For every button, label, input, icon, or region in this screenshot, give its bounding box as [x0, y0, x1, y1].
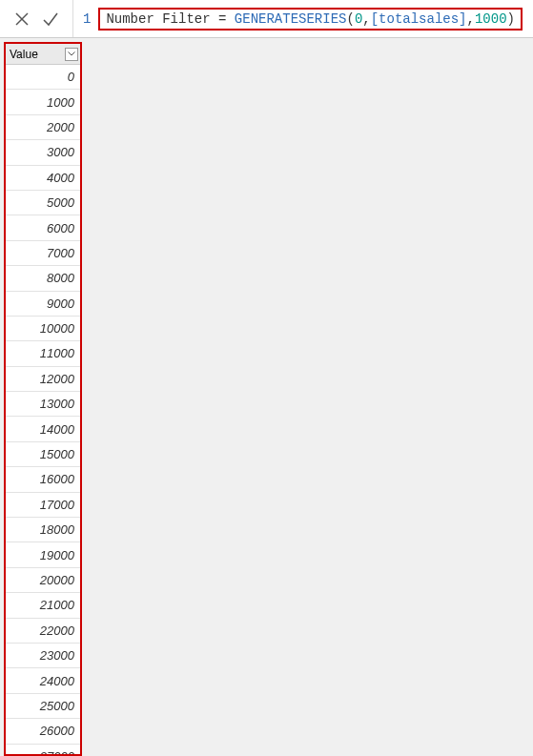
formula-open-paren: (	[346, 11, 354, 27]
cell-value: 0	[68, 70, 74, 84]
formula-toolbar: 1 Number Filter = GENERATESERIES(0,[tota…	[0, 0, 533, 38]
table-row[interactable]: 5000	[6, 191, 80, 215]
column-header-cell[interactable]: Value	[6, 44, 80, 65]
cell-value: 8000	[47, 271, 74, 285]
column-filter-button[interactable]	[65, 48, 78, 61]
check-icon	[41, 10, 60, 29]
table-row[interactable]: 6000	[6, 215, 80, 240]
table-body: 0100020003000400050006000700080009000100…	[6, 65, 80, 756]
formula-comma: ,	[362, 11, 370, 27]
x-icon	[13, 10, 31, 28]
table-row[interactable]: 14000	[6, 417, 80, 441]
table-row[interactable]: 19000	[6, 542, 80, 567]
formula-measure-name: Number Filter	[106, 11, 210, 27]
column-header-label: Value	[10, 48, 38, 61]
table-row[interactable]: 13000	[6, 392, 80, 417]
table-row[interactable]: 23000	[6, 644, 80, 668]
cell-value: 19000	[40, 548, 74, 562]
cell-value: 4000	[47, 171, 74, 185]
cell-value: 2000	[47, 120, 74, 134]
table-row[interactable]: 18000	[6, 518, 80, 542]
table-row[interactable]: 21000	[6, 593, 80, 618]
cell-value: 23000	[40, 648, 74, 663]
cell-value: 7000	[47, 246, 74, 260]
formula-comma: ,	[467, 11, 475, 27]
table-row[interactable]: 17000	[6, 493, 80, 518]
cell-value: 15000	[40, 447, 74, 461]
line-number: 1	[73, 0, 96, 37]
table-row[interactable]: 11000	[6, 341, 80, 366]
table-row[interactable]: 12000	[6, 367, 80, 392]
cancel-button[interactable]	[8, 5, 36, 33]
cell-value: 3000	[47, 145, 74, 159]
cell-value: 22000	[40, 623, 74, 638]
chevron-down-icon	[68, 51, 75, 56]
cell-value: 11000	[40, 346, 74, 360]
cell-value: 21000	[40, 598, 74, 612]
cell-value: 27000	[40, 749, 74, 756]
cell-value: 9000	[47, 296, 74, 311]
table-row[interactable]: 7000	[6, 241, 80, 266]
table-row[interactable]: 1000	[6, 90, 80, 114]
cell-value: 25000	[40, 699, 74, 713]
table-row[interactable]: 15000	[6, 442, 80, 467]
formula-bar[interactable]: Number Filter = GENERATESERIES(0,[totals…	[98, 8, 523, 31]
table-row[interactable]: 9000	[6, 292, 80, 317]
table-row[interactable]: 2000	[6, 115, 80, 140]
formula-function: GENERATESERIES	[235, 11, 347, 27]
formula-equals: =	[211, 11, 235, 27]
formula-action-buttons	[0, 0, 73, 37]
cell-value: 6000	[47, 221, 74, 235]
table-row[interactable]: 25000	[6, 694, 80, 719]
formula-arg3: 1000	[475, 11, 507, 27]
content-area: Value 0100020003000400050006000700080009…	[0, 38, 533, 756]
table-row[interactable]: 27000	[6, 745, 80, 756]
cell-value: 17000	[40, 498, 74, 512]
cell-value: 12000	[40, 372, 74, 386]
table-row[interactable]: 22000	[6, 619, 80, 644]
table-row[interactable]: 4000	[6, 166, 80, 191]
table-row[interactable]: 24000	[6, 668, 80, 693]
formula-bar-container: Number Filter = GENERATESERIES(0,[totals…	[96, 0, 533, 37]
cell-value: 24000	[40, 674, 74, 688]
table-row[interactable]: 26000	[6, 719, 80, 744]
table-row[interactable]: 0	[6, 65, 80, 90]
cell-value: 16000	[40, 472, 74, 486]
formula-arg2: [totalsales]	[371, 11, 467, 27]
table-row[interactable]: 8000	[6, 266, 80, 291]
cell-value: 18000	[40, 522, 74, 537]
formula-close-paren: )	[507, 11, 515, 27]
table-row[interactable]: 20000	[6, 568, 80, 593]
cell-value: 1000	[47, 95, 74, 110]
cell-value: 26000	[40, 724, 74, 738]
table-row[interactable]: 10000	[6, 317, 80, 341]
canvas-area	[82, 38, 533, 756]
cell-value: 14000	[40, 422, 74, 437]
cell-value: 13000	[40, 397, 74, 411]
table-row[interactable]: 3000	[6, 140, 80, 165]
cell-value: 10000	[40, 321, 74, 336]
cell-value: 5000	[47, 195, 74, 210]
result-table: Value 0100020003000400050006000700080009…	[4, 42, 82, 756]
table-row[interactable]: 16000	[6, 467, 80, 492]
commit-button[interactable]	[36, 5, 65, 33]
cell-value: 20000	[40, 573, 74, 587]
